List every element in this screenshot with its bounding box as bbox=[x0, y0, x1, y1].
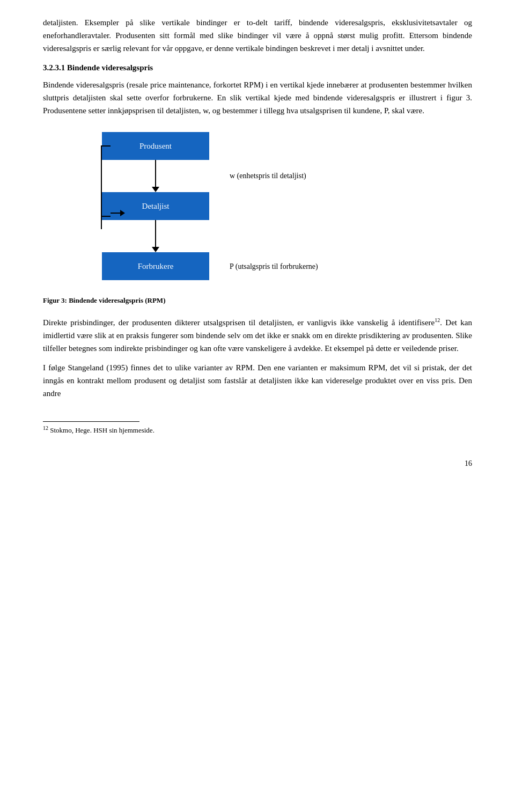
arrow-down-1 bbox=[152, 160, 159, 192]
paragraph-direct-binding: Direkte prisbindinger, der produsenten d… bbox=[43, 316, 472, 355]
paragraph-variants: I følge Stangeland (1995) finnes det to … bbox=[43, 361, 472, 400]
arrow-down-2 bbox=[152, 220, 159, 252]
diagram-right: w (enhetspris til detaljist) P (utsalgsp… bbox=[215, 132, 318, 280]
diagram: Produsent Detaljist Forbrukere bbox=[97, 132, 418, 280]
label-w: w (enhetspris til detaljist) bbox=[230, 169, 318, 182]
label-p: P (utsalgspris til forbrukerne) bbox=[230, 260, 318, 273]
section-heading: 3.2.3.1 Bindende videresalgspris bbox=[43, 61, 472, 74]
footnote-line bbox=[43, 421, 139, 422]
page-content: detaljisten. Eksempler på slike vertikal… bbox=[43, 16, 472, 470]
page-number: 16 bbox=[43, 458, 472, 470]
arrow-line-2 bbox=[155, 220, 156, 247]
footnote-area: 12 Stokmo, Hege. HSH sin hjemmeside. bbox=[43, 421, 472, 436]
footnote-text: 12 Stokmo, Hege. HSH sin hjemmeside. bbox=[43, 424, 472, 436]
arrowhead bbox=[152, 187, 159, 192]
opening-paragraph: detaljisten. Eksempler på slike vertikal… bbox=[43, 16, 472, 55]
produsent-box: Produsent bbox=[102, 132, 209, 160]
diagram-left: Produsent Detaljist Forbrukere bbox=[97, 132, 215, 280]
figure-caption: Figur 3: Bindende videresalgspris (RPM) bbox=[43, 295, 472, 306]
forbrukere-box: Forbrukere bbox=[102, 252, 209, 280]
arrow-line bbox=[155, 160, 156, 187]
section-body: Bindende videresalgspris (resale price m… bbox=[43, 78, 472, 117]
arrowhead-2 bbox=[152, 247, 159, 252]
detaljist-box: Detaljist bbox=[102, 192, 209, 220]
